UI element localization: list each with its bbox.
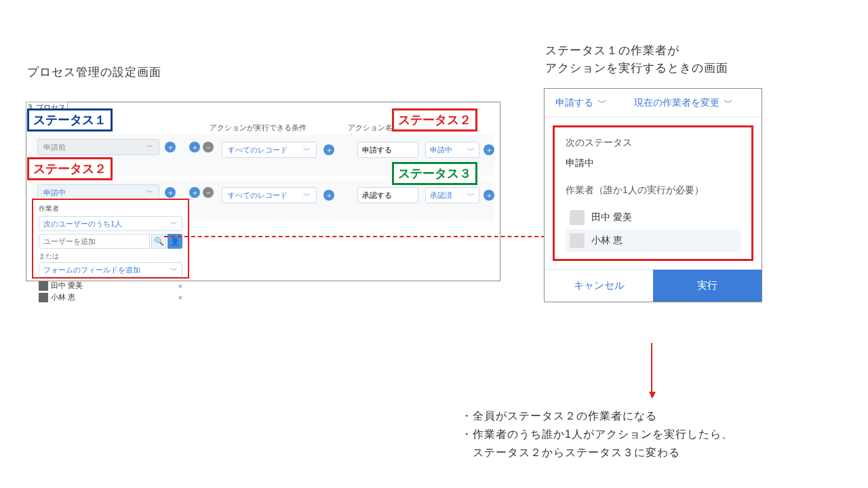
- chevron-down-icon: ﹀: [146, 142, 153, 152]
- add-condition-button[interactable]: ＋: [323, 190, 334, 201]
- action-name-input-2[interactable]: [357, 187, 418, 203]
- left-panel-title: プロセス管理の設定画面: [27, 64, 161, 80]
- row2-mid-buttons: ＋ －: [189, 187, 214, 198]
- chevron-down-icon: ﹀: [467, 190, 475, 201]
- chevron-down-icon: ﹀: [467, 145, 475, 155]
- field-add-select[interactable]: フォームのフィールドを追加 ﹀: [39, 262, 182, 277]
- assignee-mode-select[interactable]: 次のユーザーのうち1人 ﹀: [39, 216, 182, 231]
- chevron-down-icon: ﹀: [724, 97, 733, 109]
- callout-status-1: ステータス１: [27, 108, 113, 131]
- cancel-button[interactable]: キャンセル: [545, 270, 653, 302]
- remove-row-button[interactable]: －: [203, 142, 214, 152]
- right-title-line1: ステータス１の作業者が: [545, 44, 679, 57]
- add-row-button[interactable]: ＋: [189, 142, 200, 152]
- assignee-title: 作業者: [39, 204, 182, 214]
- callout-status-2b: ステータス２: [27, 157, 113, 180]
- action-name-input-1[interactable]: [357, 142, 418, 158]
- chevron-down-icon: ﹀: [303, 145, 311, 155]
- worker-2-name: 小林 恵: [591, 235, 623, 247]
- change-worker-dropdown[interactable]: 現在の作業者を変更 ﹀: [634, 97, 733, 109]
- next-status-1-value: 申請中: [430, 145, 452, 155]
- down-arrow: [651, 343, 652, 397]
- change-worker-label: 現在の作業者を変更: [634, 97, 719, 109]
- records-1-value: すべてのレコード: [228, 145, 288, 155]
- records-filter-2[interactable]: すべてのレコード ﹀: [222, 187, 317, 203]
- chevron-down-icon: ﹀: [303, 190, 311, 201]
- row1-mid-buttons: ＋ －: [189, 142, 214, 152]
- assignee-user-1-name: 田中 愛美: [51, 281, 83, 291]
- status-1-value: 申請前: [43, 142, 66, 152]
- callout-status-3: ステータス３: [392, 162, 477, 185]
- records-filter-1[interactable]: すべてのレコード ﹀: [222, 142, 317, 158]
- row2-status-buttons: ＋: [165, 187, 176, 198]
- assignee-settings: 作業者 次のユーザーのうち1人 ﹀ 🔍 👤 または フォームのフィールドを追加 …: [32, 199, 189, 279]
- next-status-select-1[interactable]: 申請中 ﹀: [425, 142, 479, 158]
- status-2-value: 申請中: [43, 188, 66, 198]
- or-label: または: [39, 251, 182, 261]
- assignee-user-2-name: 小林 恵: [51, 292, 75, 302]
- worker-row-2: 小林 恵: [566, 229, 741, 252]
- chevron-down-icon: ﹀: [170, 219, 178, 229]
- field-add-value: フォームのフィールドを追加: [43, 265, 140, 275]
- execute-button[interactable]: 実行: [653, 270, 762, 302]
- user-search-row: 🔍 👤: [39, 234, 182, 249]
- dialog-body: 次のステータス 申請中 作業者（誰か1人の実行が必要） 田中 愛美 小林 恵: [553, 125, 753, 261]
- chevron-down-icon: ﹀: [170, 265, 178, 275]
- add-action-button[interactable]: ＋: [484, 190, 494, 201]
- dialog-topbar: 申請する ﹀ 現在の作業者を変更 ﹀: [545, 89, 762, 117]
- chevron-down-icon: ﹀: [597, 97, 607, 109]
- apply-dropdown[interactable]: 申請する ﹀: [555, 97, 607, 109]
- worker-1-name: 田中 愛美: [591, 211, 632, 224]
- remove-row-button[interactable]: －: [203, 187, 214, 198]
- action-dialog: 申請する ﹀ 現在の作業者を変更 ﹀ 次のステータス 申請中 作業者（誰か1人の…: [544, 88, 762, 302]
- add-condition-button[interactable]: ＋: [323, 144, 334, 155]
- next-status-label: 次のステータス: [566, 137, 741, 149]
- note-line-2: ・作業者のうち誰か1人がアクションを実行したら、: [461, 425, 733, 443]
- remove-user-icon[interactable]: ×: [178, 293, 182, 302]
- assignee-user-2: 小林 恵 ×: [39, 291, 182, 303]
- remove-user-icon[interactable]: ×: [178, 282, 182, 290]
- worker-row-1: 田中 愛美: [566, 206, 741, 229]
- workers-label: 作業者（誰か1人の実行が必要）: [566, 184, 741, 197]
- callout-status-2a: ステータス２: [392, 108, 477, 131]
- add-row-button[interactable]: ＋: [189, 187, 200, 198]
- apply-label: 申請する: [555, 97, 593, 109]
- status-select-1[interactable]: 申請前 ﹀: [37, 139, 159, 155]
- add-action-button[interactable]: ＋: [484, 144, 494, 155]
- connector-line: [164, 236, 559, 237]
- assignee-mode-value: 次のユーザーのうち1人: [43, 219, 122, 229]
- note-line-1: ・全員がステータス２の作業者になる: [461, 407, 733, 425]
- right-panel-title: ステータス１の作業者が アクションを実行するときの画面: [545, 42, 728, 77]
- add-status-button[interactable]: ＋: [165, 187, 176, 198]
- next-status-select-2[interactable]: 承認済 ﹀: [425, 187, 479, 203]
- avatar: [570, 233, 585, 248]
- user-search-input[interactable]: [39, 234, 150, 249]
- add-status-button[interactable]: ＋: [165, 142, 176, 152]
- user-icon: [39, 293, 48, 302]
- dialog-footer: キャンセル 実行: [545, 269, 762, 302]
- user-icon: [39, 281, 48, 291]
- next-status-value: 申請中: [566, 157, 741, 169]
- right-title-line2: アクションを実行するときの画面: [545, 62, 728, 75]
- explanation-notes: ・全員がステータス２の作業者になる ・作業者のうち誰か1人がアクションを実行した…: [461, 407, 733, 462]
- note-line-3: ステータス２からステータス３に変わる: [461, 443, 733, 462]
- row1-status-buttons: ＋: [165, 142, 176, 152]
- assignee-user-1: 田中 愛美 ×: [39, 280, 182, 291]
- avatar: [570, 210, 585, 225]
- next-status-2-value: 承認済: [430, 190, 452, 201]
- chevron-down-icon: ﹀: [146, 188, 153, 197]
- records-2-value: すべてのレコード: [228, 190, 288, 201]
